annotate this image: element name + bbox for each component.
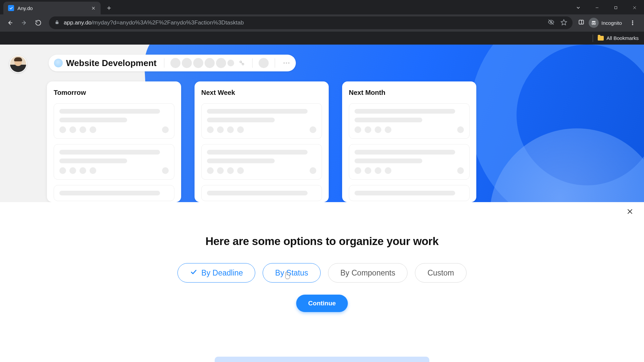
all-bookmarks-label: All Bookmarks <box>606 35 639 41</box>
svg-rect-10 <box>56 22 58 24</box>
all-bookmarks-button[interactable]: All Bookmarks <box>598 35 639 41</box>
modal-close-button[interactable] <box>625 207 635 216</box>
svg-point-16 <box>592 23 594 25</box>
incognito-chip[interactable]: Incognito <box>589 18 623 28</box>
task-skeleton[interactable] <box>349 103 470 139</box>
svg-marker-13 <box>561 19 567 25</box>
check-icon <box>190 268 197 278</box>
task-skeleton[interactable] <box>201 144 322 180</box>
task-skeleton[interactable] <box>349 144 470 180</box>
globe-icon <box>54 59 63 67</box>
option-label: Custom <box>427 268 454 278</box>
browser-addressbar: app.any.do/myday?d=anydo%3A%2F%2Fanydo%3… <box>0 14 644 31</box>
svg-point-20 <box>632 22 633 23</box>
board-header: Website Development <box>49 55 296 71</box>
svg-point-17 <box>594 23 596 25</box>
url-host: app.any.do/myday?d=anydo%3A%2F%2Fanydo%3… <box>64 19 244 26</box>
column-tomorrow: Tomorrow <box>47 81 181 202</box>
organize-options: By Deadline By Status By Components Cust… <box>47 263 597 283</box>
tab-title: Any.do <box>17 5 87 11</box>
side-panel-icon[interactable] <box>578 19 585 27</box>
window-maximize-icon[interactable] <box>606 1 625 14</box>
header-more-icon[interactable] <box>282 62 290 64</box>
url-input[interactable]: app.any.do/myday?d=anydo%3A%2F%2Fanydo%3… <box>49 16 573 29</box>
header-action[interactable] <box>259 58 269 68</box>
bookmarks-bar: All Bookmarks <box>0 31 644 45</box>
bookmark-star-icon[interactable] <box>560 19 567 27</box>
window-minimize-icon[interactable] <box>588 1 606 14</box>
task-skeleton[interactable] <box>201 185 322 201</box>
svg-point-19 <box>632 20 633 21</box>
window-close-icon[interactable] <box>625 1 644 14</box>
option-by-status[interactable]: By Status <box>263 263 320 283</box>
option-by-deadline[interactable]: By Deadline <box>177 263 255 283</box>
browser-titlebar: Any.do <box>0 0 644 14</box>
column-next-week: Next Week <box>195 81 329 202</box>
option-by-components[interactable]: By Components <box>328 263 408 283</box>
incognito-label: Incognito <box>601 20 622 26</box>
folder-icon <box>598 36 604 41</box>
browser-menu-button[interactable] <box>627 20 638 26</box>
continue-button[interactable]: Continue <box>296 295 348 312</box>
board-title: Website Development <box>66 58 158 68</box>
new-tab-button[interactable] <box>103 2 115 14</box>
task-skeleton[interactable] <box>54 144 174 180</box>
svg-point-21 <box>632 24 633 25</box>
automation-icon[interactable] <box>237 59 246 67</box>
nav-forward-button[interactable] <box>18 17 30 29</box>
task-skeleton[interactable] <box>54 185 174 201</box>
tab-search-caret-icon[interactable] <box>569 1 588 14</box>
close-tab-icon[interactable] <box>91 5 96 11</box>
nav-back-button[interactable] <box>4 17 16 29</box>
option-label: By Deadline <box>201 268 243 278</box>
modal-heading: Here are some options to organize your w… <box>47 235 597 248</box>
nav-reload-button[interactable] <box>32 17 44 29</box>
board-columns: Tomorrow Next Week Next Month <box>47 81 631 202</box>
task-skeleton[interactable] <box>349 185 470 201</box>
avatar[interactable] <box>9 55 27 73</box>
column-next-month: Next Month <box>342 81 476 202</box>
column-title: Tomorrow <box>54 89 174 97</box>
preview-peek <box>215 357 429 362</box>
incognito-icon <box>589 18 599 28</box>
task-skeleton[interactable] <box>201 103 322 139</box>
tab-favicon <box>8 5 14 11</box>
column-title: Next Month <box>349 89 470 97</box>
option-custom[interactable]: Custom <box>415 263 466 283</box>
task-skeleton[interactable] <box>54 103 174 139</box>
option-label: By Status <box>275 268 308 278</box>
svg-rect-5 <box>615 7 617 9</box>
option-label: By Components <box>340 268 395 278</box>
member-avatars[interactable] <box>170 58 234 68</box>
page-viewport: Website Development Tomorrow <box>0 45 644 362</box>
tracking-off-icon[interactable] <box>548 19 554 27</box>
lock-icon <box>54 19 60 26</box>
column-title: Next Week <box>201 89 322 97</box>
browser-tab[interactable]: Any.do <box>3 2 101 14</box>
organize-modal: Here are some options to organize your w… <box>0 202 644 362</box>
